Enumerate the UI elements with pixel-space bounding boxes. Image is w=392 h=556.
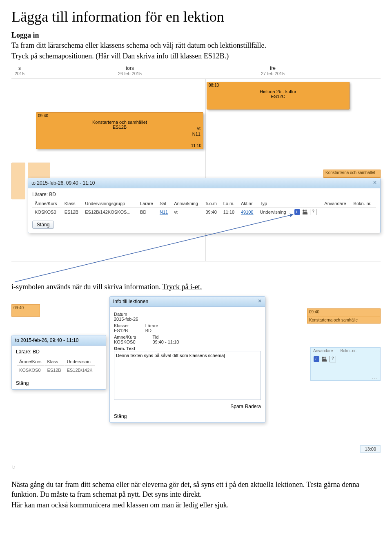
info-dialog: Info till lektionen ✕ Datum 2015-feb-26 …: [109, 296, 265, 423]
th-bokn: Bokn.-nr.: [351, 200, 376, 208]
th-anv: Användare: [313, 348, 333, 353]
bg-event-right-label: Konstarterna och samhälle: [307, 317, 381, 324]
question-icon[interactable]: ?: [330, 356, 336, 362]
td-tom: 11:10: [221, 207, 238, 217]
th-bokn: Bokn.-nr.: [340, 348, 356, 353]
calendar-event-historia[interactable]: 08:10 Historia 2b - kultur ES12C: [207, 82, 350, 109]
info-icon[interactable]: [294, 209, 300, 215]
label-tid: Tid: [152, 335, 179, 339]
td-sal[interactable]: N11: [157, 207, 172, 217]
save-button[interactable]: Spara: [230, 404, 243, 409]
mid-link: Tryck på i-et.: [163, 283, 202, 291]
event-title: Historia 2b - kultur: [209, 89, 347, 94]
info-icon[interactable]: [314, 356, 319, 362]
panel-teacher-line: Lärare: BD: [32, 192, 376, 197]
th-typ: Typ: [257, 200, 291, 208]
table-row: KOSKOS0 ES12B ES12B/142K: [17, 366, 95, 374]
cal-col-tors: tors26 feb 2015: [105, 65, 154, 76]
label-gemtext: Gem. Text: [114, 346, 261, 351]
value-amne: KOSKOS0: [114, 339, 136, 344]
people-icon[interactable]: [302, 209, 308, 215]
th-amne: Ämne/Kurs: [17, 358, 44, 366]
bg-event-left: 09:40: [11, 304, 40, 317]
td-aktnr[interactable]: 49100: [238, 207, 258, 217]
page-title: Lägga till information för en lektion: [11, 8, 381, 25]
panel-title: to 2015-feb-26, 09:40 - 11:10: [15, 337, 78, 343]
th-grupp: Undervisningsgrupp: [82, 200, 138, 208]
th-anm: Anmärkning: [172, 200, 203, 208]
bg-event-right-time: 09:40: [307, 308, 381, 317]
close-icon[interactable]: ✕: [258, 298, 262, 304]
mid-text: i-symbolen används när du vill skriva in…: [11, 282, 381, 292]
event-room-label: vt: [197, 126, 200, 131]
th-klass: Klass: [45, 358, 63, 366]
th-grupp: Undervisnin: [65, 358, 95, 366]
event-end-time: 11:10: [191, 143, 201, 148]
lesson-detail-panel-bg: to 2015-feb-26, 09:40 - 11:10 Lärare: BD…: [11, 335, 106, 390]
td-larare: BD: [138, 207, 157, 217]
lesson-detail-panel: to 2015-feb-26, 09:40 - 11:10 ✕ Lärare: …: [28, 178, 381, 233]
people-icon[interactable]: [321, 356, 327, 362]
screenshot-info-dialog: 09:40 to 2015-feb-26, 09:40 - 11:10 Lära…: [11, 294, 381, 470]
label-amne: Ämne/Kurs: [114, 335, 136, 339]
th-aktnr: Akt.nr: [238, 200, 258, 208]
gemtext-textarea[interactable]: [114, 351, 261, 400]
th-tom: t.o.m.: [221, 200, 238, 208]
panel-teacher-line: Lärare: BD: [16, 349, 102, 355]
ellipsis-icon: …: [372, 374, 378, 380]
event-start-time: 08:10: [209, 83, 219, 87]
td-grupp: ES12B/142KOSKOS...: [82, 207, 138, 217]
question-icon[interactable]: ?: [310, 209, 316, 215]
th-anv: Användare: [322, 200, 351, 208]
calendar-event-ghost-right: Konstarterna och samhället: [323, 170, 381, 178]
panel-title: to 2015-feb-26, 09:40 - 11:10: [31, 180, 95, 186]
event-subtitle: ES12C: [209, 94, 347, 99]
td-from: 09:40: [203, 207, 220, 217]
event-room: N11: [192, 132, 200, 136]
intro-line-2: Tryck på schemapositionen. (Här vill Dan…: [11, 51, 381, 61]
th-amne: Ämne/Kurs: [32, 200, 62, 208]
close-button[interactable]: Stäng: [32, 221, 54, 229]
label-date: Datum: [114, 312, 261, 317]
time-pill: 13:00: [360, 445, 381, 453]
td-anm: vt: [172, 207, 203, 217]
th-from: fr.o.m: [203, 200, 220, 208]
event-title: Konstarterna och samhället: [39, 120, 200, 125]
value-tid: 09:40 - 11:10: [152, 339, 179, 344]
label-larare: Lärare: [145, 323, 158, 328]
event-subtitle: ES12B: [39, 125, 200, 130]
intro-line-1: Ta fram ditt lärarschema eller klassens …: [11, 40, 381, 50]
calendar-event-konstarterna[interactable]: 09:40 Konstarterna och samhället ES12B v…: [36, 112, 203, 149]
outro-text-1: Nästa gång du tar fram ditt schema eller…: [11, 480, 381, 500]
outro-text-2: Här kan man också kommunicera med klasse…: [11, 500, 381, 510]
screenshot-calendar: s2015 tors26 feb 2015 fre27 feb 2015 08:…: [11, 65, 381, 261]
close-button[interactable]: Stäng: [114, 413, 127, 419]
cal-col-s: s2015: [11, 65, 28, 76]
th-sal: Sal: [157, 200, 172, 208]
right-mini-panel: Användare Bokn.-nr. ? …: [310, 347, 381, 381]
event-start-time: 09:40: [38, 114, 48, 118]
value-date: 2015-feb-26: [114, 317, 261, 322]
calendar-event-ghost-left-2: [11, 163, 25, 199]
tr-label: tr: [12, 464, 15, 470]
td-typ: Undervisning: [257, 207, 291, 217]
close-icon[interactable]: ✕: [373, 180, 377, 185]
value-klasser: ES12B: [114, 328, 129, 333]
th-klass: Klass: [62, 200, 83, 208]
value-larare: BD: [145, 328, 158, 333]
th-larare: Lärare: [138, 200, 157, 208]
label-klasser: Klasser: [114, 323, 129, 328]
td-klass: ES12B: [62, 207, 83, 217]
cal-col-fre: fre27 feb 2015: [248, 65, 297, 76]
delete-button[interactable]: Radera: [245, 404, 261, 409]
dialog-title: Info till lektionen: [113, 299, 148, 304]
table-row[interactable]: KOSKOS0 ES12B ES12B/142KOSKOS... BD N11 …: [32, 207, 376, 217]
td-amne: KOSKOS0: [32, 207, 62, 217]
close-button[interactable]: Stäng: [16, 380, 29, 386]
lesson-table: Ämne/Kurs Klass Undervisningsgrupp Lärar…: [32, 200, 376, 217]
login-heading: Logga in: [11, 31, 381, 40]
